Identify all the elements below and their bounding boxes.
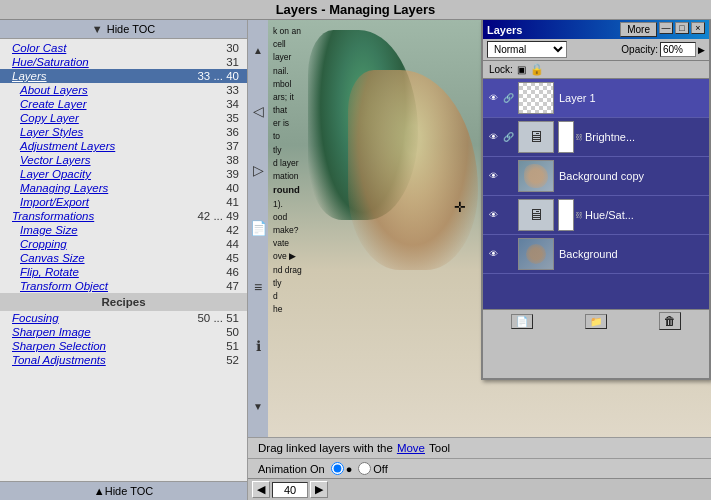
toc-page-tonal-adjustments: 52 — [226, 354, 239, 366]
layer1-checker — [519, 82, 553, 114]
toc-footer[interactable]: ▲ Hide TOC — [0, 481, 247, 500]
animation-off-label: Off — [373, 463, 387, 475]
toc-item-canvas-size[interactable]: Canvas Size 45 — [0, 251, 247, 265]
animation-on-radio[interactable] — [331, 462, 344, 475]
toc-link-sharpen-image[interactable]: Sharpen Image — [12, 326, 91, 338]
text-line-18: nd drag — [273, 264, 311, 277]
layer-item-hue-sat[interactable]: 👁 🖥 ⛓ Hue/Sat... — [483, 196, 709, 235]
layers-delete-button[interactable]: 🗑 — [659, 312, 681, 330]
layers-mode-select[interactable]: Normal Dissolve Multiply Screen — [487, 41, 567, 58]
toc-link-sharpen-selection[interactable]: Sharpen Selection — [12, 340, 106, 352]
nav-info-icon: ℹ — [256, 338, 261, 354]
toc-item-managing-layers[interactable]: Managing Layers 40 — [0, 181, 247, 195]
layers-new-group-button[interactable]: 📁 — [585, 314, 607, 329]
bg-copy-visibility-toggle[interactable]: 👁 — [485, 171, 501, 181]
text-line-13: 1). — [273, 198, 311, 211]
toc-header-label[interactable]: Hide TOC — [107, 23, 156, 35]
layers-close-button[interactable]: × — [691, 22, 705, 34]
toc-item-image-size[interactable]: Image Size 42 — [0, 223, 247, 237]
toc-link-tonal-adjustments[interactable]: Tonal Adjustments — [12, 354, 106, 366]
layer-item-background[interactable]: 👁 Background — [483, 235, 709, 274]
toc-header[interactable]: ▼ Hide TOC — [0, 20, 247, 39]
toc-link-copy-layer[interactable]: Copy Layer — [20, 112, 79, 124]
toc-link-image-size[interactable]: Image Size — [20, 224, 78, 236]
toc-item-vector-layers[interactable]: Vector Layers 38 — [0, 153, 247, 167]
content-area: ▼ Hide TOC Color Cast 30 Hue/Saturation … — [0, 20, 711, 500]
layer1-thumbnail — [518, 82, 554, 114]
status-move-link[interactable]: Move — [397, 442, 425, 454]
toc-link-transformations[interactable]: Transformations — [12, 210, 94, 222]
toc-link-cropping[interactable]: Cropping — [20, 238, 67, 250]
animation-off-radio[interactable] — [358, 462, 371, 475]
toc-link-layers[interactable]: Layers — [12, 70, 47, 82]
toc-item-focusing[interactable]: Focusing 50 ... 51 — [0, 311, 247, 325]
layers-panel-title: Layers — [487, 24, 522, 36]
toc-link-import-export[interactable]: Import/Export — [20, 196, 89, 208]
toc-page-image-size: 42 — [226, 224, 239, 236]
layer-item-bg-copy[interactable]: 👁 Background copy — [483, 157, 709, 196]
toc-item-import-export[interactable]: Import/Export 41 — [0, 195, 247, 209]
nav-layers-icon: ≡ — [254, 279, 262, 295]
layer1-visibility-toggle[interactable]: 👁 — [485, 93, 501, 103]
opacity-arrow[interactable]: ▶ — [698, 45, 705, 55]
hue-sat-chain-icon: ⛓ — [575, 211, 583, 220]
layers-lock-bar: Lock: ▣ 🔒 — [483, 61, 709, 79]
hue-sat-visibility-toggle[interactable]: 👁 — [485, 210, 501, 220]
layers-more-button[interactable]: More — [620, 22, 657, 37]
brightness-link-icon: 🔗 — [501, 132, 515, 142]
layer-item-layer1[interactable]: 👁 🔗 Layer 1 — [483, 79, 709, 118]
toc-item-sharpen-image[interactable]: Sharpen Image 50 — [0, 325, 247, 339]
monitor-icon-brightness: 🖥 — [528, 128, 544, 146]
toc-link-focusing[interactable]: Focusing — [12, 312, 59, 324]
text-line-8: er is — [273, 117, 311, 130]
toc-item-layers[interactable]: Layers 33 ... 40 — [0, 69, 247, 83]
toc-link-create-layer[interactable]: Create Layer — [20, 98, 86, 110]
toc-item-layer-styles[interactable]: Layer Styles 36 — [0, 125, 247, 139]
toc-link-adjustment-layers[interactable]: Adjustment Layers — [20, 140, 115, 152]
toc-item-sharpen-selection[interactable]: Sharpen Selection 51 — [0, 339, 247, 353]
scroll-up-arrow[interactable]: ▲ — [253, 41, 263, 60]
toc-item-tonal-adjustments[interactable]: Tonal Adjustments 52 — [0, 353, 247, 367]
brightness-visibility-toggle[interactable]: 👁 — [485, 132, 501, 142]
toc-item-create-layer[interactable]: Create Layer 34 — [0, 97, 247, 111]
toc-item-flip-rotate[interactable]: Flip, Rotate 46 — [0, 265, 247, 279]
status-text2: Tool — [429, 442, 450, 454]
background-visibility-toggle[interactable]: 👁 — [485, 249, 501, 259]
layers-new-layer-button[interactable]: 📄 — [511, 314, 533, 329]
prev-page-button[interactable]: ◀ — [252, 481, 270, 498]
toc-link-layer-opacity[interactable]: Layer Opacity — [20, 168, 91, 180]
text-line-11: d layer — [273, 157, 311, 170]
toc-item-color-cast[interactable]: Color Cast 30 — [0, 41, 247, 55]
toc-item-transformations[interactable]: Transformations 42 ... 49 — [0, 209, 247, 223]
toc-link-canvas-size[interactable]: Canvas Size — [20, 252, 85, 264]
toc-link-flip-rotate[interactable]: Flip, Rotate — [20, 266, 79, 278]
scroll-down-arrow[interactable]: ▼ — [253, 397, 263, 416]
toc-page-adjustment-layers: 37 — [226, 140, 239, 152]
toc-link-color-cast[interactable]: Color Cast — [12, 42, 66, 54]
title-bar: Layers - Managing Layers — [0, 0, 711, 20]
toc-item-adjustment-layers[interactable]: Adjustment Layers 37 — [0, 139, 247, 153]
animation-off-radio-label[interactable]: Off — [358, 462, 387, 475]
toc-item-cropping[interactable]: Cropping 44 — [0, 237, 247, 251]
toc-link-transform-object[interactable]: Transform Object — [20, 280, 108, 292]
toc-item-transform-object[interactable]: Transform Object 47 — [0, 279, 247, 293]
toc-item-about-layers[interactable]: About Layers 33 — [0, 83, 247, 97]
toc-link-hue-saturation[interactable]: Hue/Saturation — [12, 56, 89, 68]
toc-link-about-layers[interactable]: About Layers — [20, 84, 88, 96]
opacity-input[interactable] — [660, 42, 696, 57]
toc-footer-label[interactable]: Hide TOC — [105, 485, 154, 497]
toc-page-focusing: 50 ... 51 — [197, 312, 239, 324]
next-page-button[interactable]: ▶ — [310, 481, 328, 498]
text-line-9: to — [273, 130, 311, 143]
layers-minimize-button[interactable]: — — [659, 22, 673, 34]
toc-item-layer-opacity[interactable]: Layer Opacity 39 — [0, 167, 247, 181]
toc-item-copy-layer[interactable]: Copy Layer 35 — [0, 111, 247, 125]
toc-item-hue-saturation[interactable]: Hue/Saturation 31 — [0, 55, 247, 69]
layer-item-brightness[interactable]: 👁 🔗 🖥 ⛓ Brightne... — [483, 118, 709, 157]
opacity-label: Opacity: — [621, 44, 658, 55]
animation-on-radio-label[interactable]: ● — [331, 462, 353, 475]
layers-restore-button[interactable]: □ — [675, 22, 689, 34]
toc-link-vector-layers[interactable]: Vector Layers — [20, 154, 91, 166]
toc-link-managing-layers[interactable]: Managing Layers — [20, 182, 108, 194]
toc-link-layer-styles[interactable]: Layer Styles — [20, 126, 83, 138]
